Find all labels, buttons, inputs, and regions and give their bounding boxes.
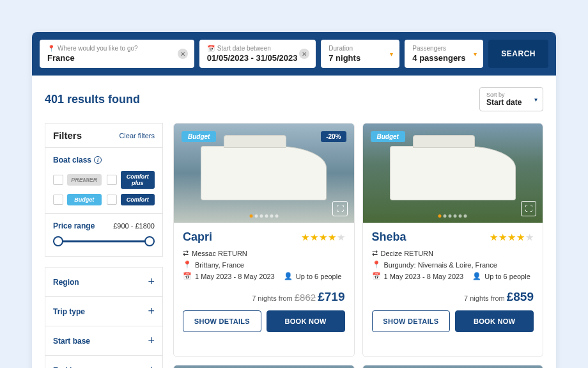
checkbox[interactable] — [53, 195, 63, 205]
result-card: Budget — [362, 365, 544, 368]
search-bar: 📍Where would you like to go? France ✕ 📅S… — [32, 32, 556, 76]
carousel-dots[interactable] — [249, 214, 278, 218]
pin-icon: 📍 — [47, 45, 55, 52]
pin-icon: 📍 — [372, 260, 381, 269]
star-rating: ★★★★★ — [301, 232, 345, 243]
boat-class-option[interactable]: PREMIER — [53, 171, 102, 189]
class-badge: Budget — [371, 131, 405, 142]
clear-destination-icon[interactable]: ✕ — [178, 49, 188, 59]
filters-header: Filters Clear filters — [45, 123, 163, 148]
pin-icon: 📍 — [183, 260, 192, 269]
route-icon: ⇄ — [372, 249, 378, 257]
main-content: Filters Clear filters Boat class i PREMI… — [32, 123, 556, 368]
expand-icon[interactable]: ⛶ — [521, 201, 536, 216]
plus-icon: + — [148, 305, 155, 318]
app-container: 📍Where would you like to go? France ✕ 📅S… — [32, 32, 556, 368]
result-card: Budget⛶Sheba★★★★★⇄ Decize RETURN📍 Burgun… — [362, 123, 544, 357]
price-new: £719 — [318, 290, 344, 303]
book-now-button[interactable]: BOOK NOW — [455, 310, 534, 332]
star-icon: ★ — [516, 232, 525, 243]
slider-handle-min[interactable] — [53, 236, 63, 246]
info-icon[interactable]: i — [94, 156, 102, 164]
star-icon: ★ — [328, 232, 336, 243]
checkbox[interactable] — [107, 195, 117, 205]
filters-title: Filters — [53, 130, 82, 141]
route-meta: ⇄ Decize RETURN — [372, 249, 534, 257]
star-icon: ★ — [301, 232, 309, 243]
card-image[interactable]: Budget — [174, 365, 354, 368]
plus-icon: + — [148, 364, 155, 368]
plus-icon: + — [148, 334, 155, 348]
filters-panel: Filters Clear filters Boat class i PREMI… — [45, 123, 163, 368]
destination-field[interactable]: 📍Where would you like to go? France ✕ — [40, 40, 194, 68]
boat-class-heading: Boat class i — [53, 156, 155, 164]
price-new: £859 — [507, 290, 534, 303]
duration-value: 7 nights — [329, 53, 392, 63]
duration-field[interactable]: Duration 7 nights ▾ — [321, 40, 399, 68]
destination-label: Where would you like to go? — [58, 45, 138, 52]
discount-badge: -20% — [321, 131, 346, 142]
comfortplus-badge: Comfort plus — [121, 171, 155, 189]
passengers-field[interactable]: Passengers 4 passengers ▾ — [405, 40, 483, 68]
star-icon: ★ — [319, 232, 327, 243]
boat-title: Capri — [183, 230, 212, 244]
slider-handle-max[interactable] — [144, 236, 155, 246]
price-old: £862 — [295, 292, 316, 303]
filter-row-trip-type[interactable]: Trip type+ — [45, 297, 163, 326]
star-icon: ★ — [310, 232, 318, 243]
card-image[interactable]: Budget — [363, 365, 543, 368]
sort-dropdown[interactable]: Sort by Start date ▾ — [479, 87, 543, 111]
boat-class-filter: Boat class i PREMIER Comfort plus Budget — [45, 148, 163, 214]
route-meta: ⇄ Messac RETURN — [183, 249, 345, 257]
calendar-icon: 📅 — [183, 272, 192, 280]
class-badge: Budget — [182, 131, 216, 142]
price-slider[interactable] — [53, 237, 155, 246]
search-button[interactable]: SEARCH — [488, 40, 548, 68]
card-image[interactable]: Budget-20%⛶ — [174, 124, 354, 223]
dates-label: Start date between — [217, 45, 271, 52]
premier-badge: PREMIER — [67, 174, 102, 186]
book-now-button[interactable]: BOOK NOW — [267, 310, 345, 332]
checkbox[interactable] — [107, 175, 117, 185]
star-icon: ★ — [499, 232, 507, 243]
duration-label: Duration — [329, 45, 392, 52]
checkbox[interactable] — [53, 175, 63, 185]
calendar-icon: 📅 — [372, 272, 381, 280]
passengers-label: Passengers — [412, 45, 476, 52]
dates-value: 01/05/2023 - 31/05/2023 — [207, 53, 308, 63]
boat-title: Sheba — [372, 230, 406, 244]
clear-filters-link[interactable]: Clear filters — [119, 132, 155, 140]
dates-field[interactable]: 📅Start date between 01/05/2023 - 31/05/2… — [199, 40, 316, 68]
carousel-dots[interactable] — [438, 214, 467, 218]
results-grid: Budget-20%⛶Capri★★★★★⇄ Messac RETURN📍 Br… — [173, 123, 543, 368]
dates-meta: 📅 1 May 2023 - 8 May 2023 — [183, 272, 275, 280]
chevron-down-icon: ▾ — [474, 51, 477, 58]
location-meta: 📍 Burgundy: Nivernais & Loire, France — [372, 260, 534, 269]
price-row: 7 nights from £862 £719 — [183, 290, 345, 304]
boat-class-option[interactable]: Budget — [53, 194, 102, 205]
show-details-button[interactable]: SHOW DETAILS — [372, 310, 451, 332]
filter-row-end-base[interactable]: End base+ — [45, 356, 163, 368]
person-icon: 👤 — [284, 272, 293, 280]
filter-row-start-base[interactable]: Start base+ — [45, 326, 163, 356]
comfort-badge: Comfort — [121, 194, 155, 205]
capacity-meta: 👤 Up to 6 people — [472, 272, 530, 280]
star-icon: ★ — [507, 232, 516, 243]
card-image[interactable]: Budget⛶ — [363, 124, 543, 223]
results-header: 401 results found Sort by Start date ▾ — [32, 76, 556, 123]
show-details-button[interactable]: SHOW DETAILS — [183, 310, 261, 332]
price-range-filter: Price range £900 - £1800 — [45, 214, 163, 257]
sort-value: Start date — [486, 98, 523, 107]
budget-badge: Budget — [67, 194, 102, 205]
boat-class-option[interactable]: Comfort — [107, 194, 155, 205]
person-icon: 👤 — [472, 272, 481, 280]
star-icon: ★ — [337, 232, 345, 243]
filter-row-region[interactable]: Region+ — [45, 267, 163, 297]
dates-meta: 📅 1 May 2023 - 8 May 2023 — [372, 272, 464, 280]
clear-dates-icon[interactable]: ✕ — [299, 49, 309, 59]
boat-class-option[interactable]: Comfort plus — [107, 171, 155, 189]
expand-icon[interactable]: ⛶ — [332, 201, 348, 216]
destination-value: France — [47, 53, 187, 63]
star-rating: ★★★★★ — [490, 232, 534, 243]
passengers-value: 4 passengers — [412, 53, 476, 63]
